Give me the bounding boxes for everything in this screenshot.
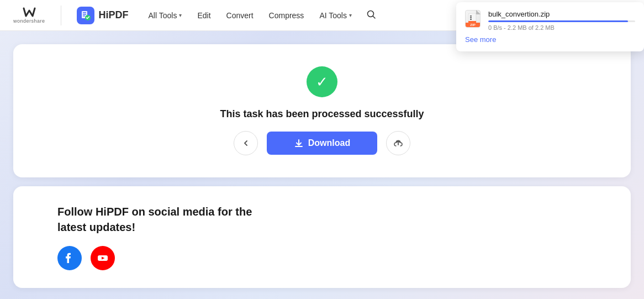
download-icon [294,138,304,148]
success-message: This task has been processed successfull… [220,108,424,120]
download-button[interactable]: Download [267,132,377,155]
back-button[interactable] [234,131,258,155]
svg-rect-3 [83,15,85,17]
hipdf-logo: HiPDF [77,7,129,24]
nav-all-tools[interactable]: All Tools ▾ [142,8,189,23]
ai-tools-chevron-icon: ▾ [349,12,352,18]
logo-area: wondershare HiPDF [13,6,129,25]
checkmark-icon: ✓ [316,75,328,89]
success-icon-circle: ✓ [307,66,337,97]
header-divider [61,6,61,25]
wondershare-logo: wondershare [13,7,45,24]
upload-cloud-button[interactable] [386,131,410,155]
svg-rect-11 [470,15,472,17]
search-button[interactable] [361,6,382,25]
nav-ai-tools[interactable]: AI Tools ▾ [313,8,358,23]
svg-rect-13 [470,19,472,20]
svg-line-6 [373,16,375,18]
svg-rect-12 [470,17,472,18]
main-content: ✓ This task has been processed successfu… [0,31,644,299]
all-tools-chevron-icon: ▾ [179,12,182,18]
download-popup: ZIP bulk_convertion.zip 0 B/s - 2.2 MB o… [456,2,644,51]
see-more-link[interactable]: See more [465,35,635,44]
social-title: Follow HiPDF on social media for thelate… [57,204,252,235]
nav-edit[interactable]: Edit [191,8,217,23]
upload-cloud-icon [393,138,403,148]
svg-point-5 [367,11,373,17]
popup-progress-fill [488,20,628,22]
popup-file-info: bulk_convertion.zip 0 B/s - 2.2 MB of 2.… [488,10,635,31]
facebook-button[interactable] [57,246,82,270]
action-row: Download [234,131,410,155]
social-icons [57,246,115,270]
youtube-button[interactable] [91,246,115,270]
hipdf-name: HiPDF [99,9,129,21]
popup-progress-bar [488,20,635,22]
zip-file-icon: ZIP [465,10,483,28]
social-media-card: Follow HiPDF on social media for thelate… [13,186,631,288]
svg-rect-2 [83,14,86,15]
success-card: ✓ This task has been processed successfu… [13,44,631,177]
popup-filename: bulk_convertion.zip [488,10,635,18]
wondershare-icon [22,7,37,18]
download-item: ZIP bulk_convertion.zip 0 B/s - 2.2 MB o… [465,10,635,31]
svg-rect-1 [83,12,86,13]
nav-compress[interactable]: Compress [262,8,311,23]
wondershare-text: wondershare [13,18,45,24]
nav-convert[interactable]: Convert [220,8,260,23]
popup-status: 0 B/s - 2.2 MB of 2.2 MB [488,24,635,31]
hipdf-icon [77,7,94,24]
